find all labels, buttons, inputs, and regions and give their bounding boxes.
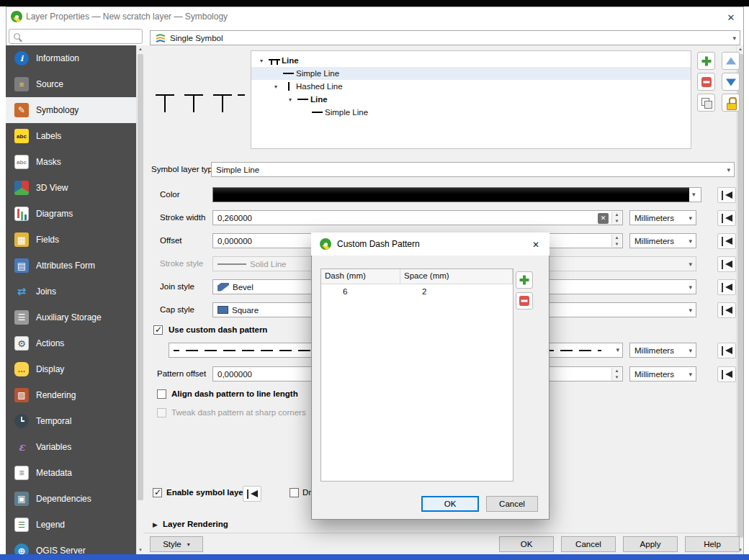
symbol-tree-item-hashed-line[interactable]: ▾ Hashed Line: [251, 80, 691, 93]
remove-dash-row-button[interactable]: [516, 292, 533, 310]
sidebar-scroll-thumb[interactable]: [138, 54, 143, 500]
sidebar-item-variables[interactable]: Variables: [6, 434, 136, 460]
line-icon: [296, 94, 310, 104]
symbology-icon: [14, 103, 29, 117]
add-symbol-layer-button[interactable]: [697, 52, 715, 70]
sidebar-item-masks[interactable]: Masks: [6, 149, 136, 175]
move-up-button[interactable]: [722, 52, 740, 70]
ok-button[interactable]: OK: [499, 536, 554, 552]
sidebar-item-diagrams[interactable]: Diagrams: [6, 201, 136, 227]
labels-icon: [14, 129, 29, 143]
main-scroll-thumb[interactable]: [737, 54, 743, 538]
qgis-server-icon: [14, 543, 29, 554]
sidebar-item-information[interactable]: Information: [6, 45, 136, 71]
sidebar-item-temporal[interactable]: Temporal: [6, 408, 136, 434]
duplicate-symbol-layer-button[interactable]: [697, 94, 715, 112]
stroke-width-label: Stroke width: [160, 213, 205, 222]
symbol-layer-type-dropdown[interactable]: Simple Line: [211, 162, 735, 177]
close-icon[interactable]: ✕: [723, 9, 739, 25]
modal-cancel-button[interactable]: Cancel: [486, 496, 538, 512]
sidebar-item-symbology[interactable]: Symbology: [6, 97, 136, 123]
data-defined-override-stroke-style-icon[interactable]: [717, 256, 736, 272]
clear-value-icon[interactable]: ✕: [598, 213, 609, 224]
offset-unit-dropdown[interactable]: Millimeters: [629, 233, 696, 248]
data-defined-override-pattern-offset-icon[interactable]: [717, 366, 736, 382]
stroke-width-input[interactable]: 0,260000 ✕ ▲▼: [212, 210, 623, 225]
symbol-tree-item-line[interactable]: ▾ Line: [251, 93, 691, 106]
data-defined-override-offset-icon[interactable]: [717, 233, 736, 249]
single-symbol-icon: [155, 32, 166, 44]
cancel-button[interactable]: Cancel: [561, 536, 616, 552]
help-button[interactable]: Help: [685, 536, 740, 552]
symbol-tree-item-simple-line[interactable]: Simple Line: [251, 67, 691, 80]
expand-arrow-icon[interactable]: ▾: [284, 96, 296, 103]
pattern-offset-unit-dropdown[interactable]: Millimeters: [629, 366, 696, 381]
data-defined-override-join-style-icon[interactable]: [717, 279, 736, 295]
dash-pattern-row[interactable]: 6 2: [321, 284, 513, 299]
bevel-join-icon: [217, 283, 229, 292]
move-down-button[interactable]: [722, 73, 740, 91]
modal-ok-button[interactable]: OK: [421, 496, 479, 512]
source-icon: [14, 77, 29, 91]
sidebar-item-fields[interactable]: Fields: [6, 227, 136, 253]
hash-line-icon: [267, 55, 282, 66]
search-input[interactable]: [9, 29, 143, 44]
apply-button[interactable]: Apply: [623, 536, 678, 552]
sidebar-item-labels[interactable]: Labels: [6, 123, 136, 149]
sidebar-item-auxiliary-storage[interactable]: Auxiliary Storage: [6, 304, 136, 330]
sidebar-item-display[interactable]: Display: [6, 356, 136, 382]
data-defined-override-enable-icon[interactable]: [243, 486, 261, 502]
offset-stepper[interactable]: ▲▼: [611, 235, 622, 247]
sidebar-item-rendering[interactable]: Rendering: [6, 382, 136, 408]
qgis-logo-icon: [11, 11, 22, 22]
enable-symbol-layer-label: Enable symbol layer: [166, 488, 246, 497]
sidebar-item-qgis-server[interactable]: QGIS Server: [6, 538, 136, 554]
fields-icon: [14, 232, 29, 247]
display-icon: [14, 362, 29, 376]
sidebar-item-metadata[interactable]: Metadata: [6, 460, 136, 486]
color-dropdown-arrow[interactable]: [689, 187, 701, 202]
main-scrollbar[interactable]: ▲ ▼: [736, 45, 743, 554]
sidebar-item-3d-view[interactable]: 3D View: [6, 175, 136, 201]
dash-column-header[interactable]: Dash (mm): [321, 269, 400, 284]
color-label: Color: [160, 190, 179, 199]
sidebar-item-source[interactable]: Source: [6, 71, 136, 97]
data-defined-override-cap-style-icon[interactable]: [717, 302, 736, 318]
lock-color-button[interactable]: [722, 94, 740, 112]
sidebar-item-joins[interactable]: Joins: [6, 279, 136, 304]
sidebar-item-actions[interactable]: Actions: [6, 330, 136, 356]
color-swatch-button[interactable]: [212, 187, 690, 202]
stroke-width-stepper[interactable]: ▲▼: [611, 212, 622, 224]
style-button[interactable]: Style: [150, 536, 203, 552]
actions-icon: [14, 336, 29, 351]
symbol-type-dropdown[interactable]: Single Symbol: [150, 30, 740, 45]
stroke-style-label: Stroke style: [160, 259, 203, 268]
remove-symbol-layer-button[interactable]: [697, 73, 715, 91]
sidebar-item-attributes-form[interactable]: Attributes Form: [6, 253, 136, 279]
draw-effects-checkbox[interactable]: [290, 488, 299, 497]
sidebar-scrollbar[interactable]: ▲ ▼: [136, 45, 143, 554]
legend-icon: [14, 518, 29, 532]
enable-symbol-layer-checkbox[interactable]: [153, 488, 162, 497]
pattern-offset-stepper[interactable]: ▲▼: [611, 368, 622, 380]
dash-unit-dropdown[interactable]: Millimeters: [629, 343, 696, 358]
symbol-tree-item-simple-line[interactable]: Simple Line: [251, 106, 691, 119]
data-defined-override-stroke-width-icon[interactable]: [717, 210, 736, 226]
stroke-width-unit-dropdown[interactable]: Millimeters: [629, 210, 696, 225]
layer-rendering-expand-icon[interactable]: ▶: [153, 521, 158, 528]
sidebar-item-dependencies[interactable]: Dependencies: [6, 486, 136, 512]
symbol-tree-item-line[interactable]: ▾ Line: [251, 54, 691, 67]
data-defined-override-dash-icon[interactable]: [717, 343, 736, 358]
space-column-header[interactable]: Space (mm): [400, 269, 513, 284]
data-defined-override-color-icon[interactable]: [717, 187, 736, 203]
expand-arrow-icon[interactable]: ▾: [256, 58, 267, 64]
sidebar: Information Source Symbology Labels Mask…: [6, 45, 136, 554]
align-dash-checkbox[interactable]: [157, 389, 166, 399]
expand-arrow-icon[interactable]: ▾: [270, 83, 282, 90]
line-icon: [310, 107, 325, 117]
vline-icon: [282, 81, 296, 91]
modal-close-icon[interactable]: ✕: [529, 238, 542, 251]
sidebar-item-legend[interactable]: Legend: [6, 512, 136, 538]
use-custom-dash-checkbox[interactable]: [153, 325, 163, 335]
add-dash-row-button[interactable]: [516, 271, 533, 289]
